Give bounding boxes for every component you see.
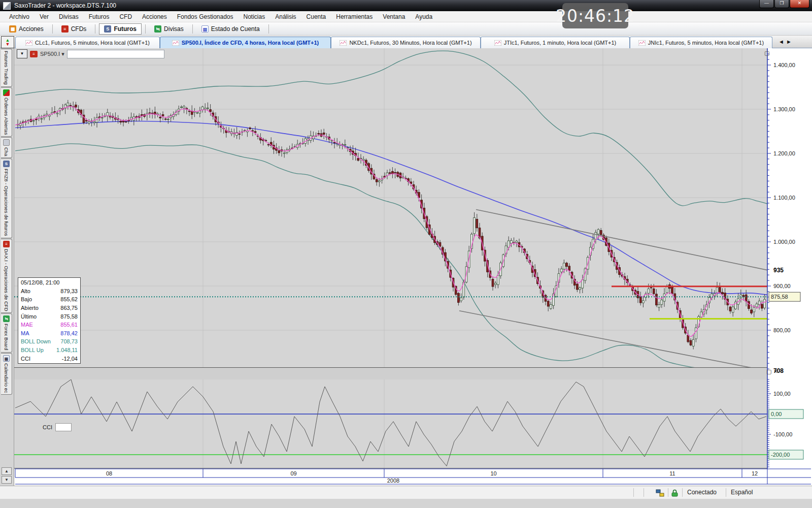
tab-clc1[interactable]: CLc1, Futuros, 5 minutos, Hora local (GM…	[15, 37, 160, 48]
account-statement-icon: ▤	[201, 25, 209, 33]
svg-text:1.400,00: 1.400,00	[773, 62, 795, 68]
restore-button[interactable]: ❐	[774, 0, 789, 8]
svg-text:1.200,00: 1.200,00	[773, 150, 795, 156]
svg-text:09: 09	[290, 470, 296, 477]
instrument-symbol[interactable]: SP500.I ▾	[40, 51, 64, 57]
module-toolbar: ▦ Acciones ≡ CFDs S Futuros ≒ Divisas ▤ …	[0, 22, 812, 36]
chart-tab-row: ▲▼ CLc1, Futuros, 5 minutos, Hora local …	[0, 36, 812, 48]
price-chart-canvas[interactable]: 1.400,001.300,001.200,001.100,001.000,00…	[14, 48, 812, 486]
menu-noticias[interactable]: Noticias	[239, 12, 270, 21]
svg-text:11: 11	[669, 470, 675, 477]
tab-scroll-left-icon[interactable]: ◄	[779, 39, 786, 45]
sidebar-item-calendario[interactable]: ▦ Calendario ec	[1, 353, 12, 395]
orders-icon	[3, 89, 10, 96]
toolbar-futuros-button[interactable]: S Futuros	[99, 23, 142, 35]
menu-ver[interactable]: Ver	[35, 12, 54, 21]
menu-cfd[interactable]: CFD	[114, 12, 137, 21]
secure-lock-icon	[671, 489, 679, 498]
status-bar: Conectado Español	[0, 486, 812, 499]
module-sidebar: Futures Trading Órdenes Abiertas Cha S F…	[0, 48, 14, 486]
menu-ventana[interactable]: Ventana	[378, 12, 410, 21]
svg-text:2008: 2008	[387, 478, 399, 484]
toolbar-estado-button[interactable]: ▤ Estado de Cuenta	[196, 23, 265, 35]
futures-trade-icon: S	[3, 161, 10, 167]
clock-overlay: 20:46:12	[562, 3, 628, 28]
sidebar-item-ordenes-abiertas[interactable]: Órdenes Abiertas	[1, 87, 12, 137]
language-label: Español	[731, 489, 753, 496]
menu-herramientas[interactable]: Herramientas	[331, 12, 378, 21]
toolbar-separator	[268, 24, 269, 34]
toolbar-cfds-button[interactable]: ≡ CFDs	[56, 23, 92, 35]
chart-thumbnail-icon	[638, 40, 646, 46]
cci-parameter-input[interactable]	[55, 423, 72, 431]
sidebar-item-chart[interactable]: Cha	[1, 137, 12, 158]
sidebar-scroll-up-button[interactable]: ▲	[2, 467, 12, 475]
sidebar-item-ffiz8-futuros[interactable]: S FFIZ8 - Operaciones de futuros	[1, 158, 12, 238]
forex-icon: ≒	[154, 25, 161, 33]
svg-text:1.300,00: 1.300,00	[773, 106, 795, 112]
cci-close-icon[interactable]: ✕	[773, 369, 778, 374]
chart-thumbnail-icon	[340, 40, 347, 46]
tab-jtic1[interactable]: JTIc1, Futuros, 1 minuto, Hora local (GM…	[481, 37, 630, 48]
connection-status-label: Conectado	[687, 489, 717, 496]
toolbar-divisas-button[interactable]: ≒ Divisas	[149, 23, 189, 35]
chart-maximize-icon[interactable]: ▢	[764, 50, 769, 56]
ohlc-tooltip: 05/12/08, 21:00 Alto879,33 Bajo855,62 Ab…	[18, 277, 81, 364]
tab-scroll-right-icon[interactable]: ►	[786, 39, 794, 45]
tab-sp500-active[interactable]: SP500.I, Índice de CFD, 4 horas, Hora lo…	[160, 37, 331, 48]
close-button[interactable]: ✕	[790, 0, 809, 8]
network-status-icon	[656, 489, 664, 498]
menu-acciones[interactable]: Acciones	[137, 12, 172, 21]
sidebar-item-futures-trading[interactable]: Futures Trading	[1, 49, 12, 87]
instrument-selector: ▼ ≡ SP500.I ▾	[17, 49, 164, 58]
menu-divisas[interactable]: Divisas	[54, 12, 84, 21]
menu-ayuda[interactable]: Ayuda	[410, 12, 437, 21]
svg-text:1.100,00: 1.100,00	[773, 195, 795, 201]
cci-restore-icon[interactable]: ▢	[766, 369, 771, 374]
toolbar-separator	[52, 24, 53, 34]
app-icon	[3, 2, 11, 10]
chart-icon	[3, 139, 10, 146]
menu-bar: Archivo Ver Divisas Futuros CFD Acciones…	[0, 11, 812, 22]
svg-text:875,58: 875,58	[771, 294, 788, 300]
menu-archivo[interactable]: Archivo	[4, 12, 35, 21]
svg-text:0,00: 0,00	[771, 411, 782, 417]
calendar-icon: ▦	[3, 355, 10, 362]
menu-cuenta[interactable]: Cuenta	[301, 12, 331, 21]
forex-board-icon: ≒	[3, 315, 10, 322]
svg-text:-100,00: -100,00	[773, 431, 792, 437]
toolbar-separator	[145, 24, 146, 34]
menu-analisis[interactable]: Análisis	[270, 12, 301, 21]
toolbar-separator	[95, 24, 95, 34]
menu-fondos[interactable]: Fondos Gestionados	[172, 12, 239, 21]
instrument-cfd-icon: ≡	[30, 51, 38, 57]
svg-text:-200,00: -200,00	[771, 452, 790, 458]
svg-text:800,00: 800,00	[773, 327, 791, 333]
tab-nkdc1[interactable]: NKDc1, Futuros, 30 Minutos, Hora local (…	[331, 37, 481, 48]
chart-thumbnail-icon	[172, 40, 179, 46]
chart-thumbnail-icon	[494, 40, 501, 46]
menu-futuros[interactable]: Futuros	[84, 12, 115, 21]
title-bar: SaxoTrader 2 - workspace.DTS.7.100 — ❐ ✕	[0, 0, 812, 11]
cfd-icon: ≡	[61, 25, 69, 33]
svg-text:08: 08	[106, 470, 112, 477]
toolbar-separator	[192, 24, 193, 34]
chart-dropdown-button[interactable]: ▼	[17, 49, 27, 58]
price-updown-icon[interactable]: ▲▼	[1, 36, 14, 48]
chart-search-input[interactable]	[67, 50, 164, 58]
futures-icon: S	[104, 25, 111, 33]
minimize-button[interactable]: —	[759, 0, 774, 8]
toolbar-acciones-button[interactable]: ▦ Acciones	[4, 23, 49, 35]
svg-text:1.000,00: 1.000,00	[773, 239, 795, 245]
sidebar-more-button[interactable]: ▼	[2, 476, 12, 484]
svg-text:935: 935	[773, 267, 784, 274]
svg-text:100,00: 100,00	[773, 391, 791, 397]
chart-thumbnail-icon	[25, 40, 32, 46]
sidebar-item-forex-board[interactable]: ≒ Forex Board	[1, 313, 12, 352]
svg-text:12: 12	[752, 470, 758, 477]
cfd-trade-icon: ≡	[3, 241, 10, 247]
tab-jnic1[interactable]: JNIc1, Futuros, 5 minutos, Hora local (G…	[630, 37, 772, 48]
svg-text:900,00: 900,00	[773, 283, 791, 289]
sidebar-item-dax-cfd[interactable]: ≡ DAX.I - Operaciones de CFD	[1, 239, 12, 313]
svg-text:10: 10	[490, 470, 496, 477]
